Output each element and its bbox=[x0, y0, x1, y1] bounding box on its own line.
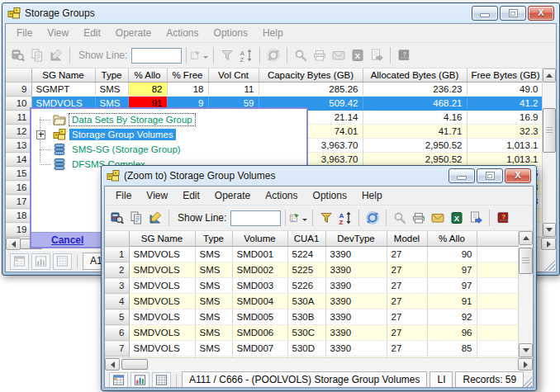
scroll-down-button[interactable] bbox=[543, 223, 556, 237]
row-number[interactable]: 13 bbox=[6, 139, 31, 153]
column-header[interactable]: Model bbox=[387, 231, 427, 247]
row-number[interactable]: 1 bbox=[105, 247, 129, 262]
minimize-button[interactable] bbox=[448, 168, 475, 183]
refresh-icon[interactable] bbox=[363, 209, 382, 227]
table-row[interactable]: 3SMDVOLSSMSSMD003522633902797 bbox=[105, 278, 519, 294]
edit-icon[interactable] bbox=[146, 209, 164, 227]
grid-view-icon[interactable] bbox=[53, 253, 72, 270]
column-header[interactable]: SG Name bbox=[129, 231, 195, 247]
excel-icon[interactable] bbox=[448, 209, 466, 227]
refresh-icon[interactable] bbox=[264, 46, 282, 64]
menu-operate[interactable]: Operate bbox=[207, 190, 258, 201]
scroll-down-button[interactable] bbox=[519, 343, 533, 357]
maximize-button[interactable] bbox=[477, 168, 503, 183]
vertical-scrollbar[interactable] bbox=[518, 231, 533, 357]
context-menu-item[interactable]: SMS-SG (Storage Group) bbox=[31, 142, 306, 157]
show-line-input[interactable] bbox=[230, 210, 281, 226]
sort-az-icon[interactable] bbox=[336, 209, 354, 227]
table-row[interactable]: 5SMDVOLSSMSSMD005530B33902792 bbox=[105, 309, 519, 325]
find-icon[interactable] bbox=[108, 209, 126, 227]
context-menu-item[interactable]: Storage Group Volumes bbox=[31, 127, 306, 142]
row-number[interactable]: 7 bbox=[105, 341, 129, 357]
row-number[interactable]: 4 bbox=[105, 294, 129, 309]
menu-help[interactable]: Help bbox=[255, 27, 291, 39]
menu-actions[interactable]: Actions bbox=[258, 190, 305, 201]
column-header[interactable]: CUA1 bbox=[287, 231, 325, 247]
scroll-up-button[interactable] bbox=[543, 68, 556, 83]
menu-file[interactable]: File bbox=[108, 190, 139, 201]
print-icon[interactable] bbox=[311, 46, 329, 64]
help-icon[interactable] bbox=[395, 46, 413, 64]
sort-az-icon[interactable] bbox=[237, 46, 255, 64]
horizontal-scrollbar[interactable] bbox=[105, 357, 533, 371]
row-number[interactable]: 5 bbox=[105, 309, 129, 325]
export-icon[interactable] bbox=[467, 209, 485, 227]
row-number[interactable]: 3 bbox=[105, 278, 129, 294]
row-number[interactable]: 10 bbox=[6, 97, 31, 111]
copy-icon[interactable] bbox=[28, 46, 46, 64]
maximize-button[interactable] bbox=[500, 6, 526, 21]
menu-options[interactable]: Options bbox=[206, 27, 255, 39]
column-header[interactable]: DevType bbox=[325, 231, 387, 247]
menu-view[interactable]: View bbox=[40, 27, 76, 39]
row-number[interactable]: 6 bbox=[105, 325, 129, 341]
column-header[interactable]: Allocated Bytes (GB) bbox=[363, 68, 467, 83]
zoom-window-titlebar[interactable]: (Zoom to) Storage Group Volumes X bbox=[102, 166, 536, 186]
menu-edit[interactable]: Edit bbox=[175, 190, 207, 201]
column-header[interactable] bbox=[477, 231, 519, 247]
zoom-icon[interactable] bbox=[292, 46, 310, 64]
column-header[interactable]: SG Name bbox=[31, 68, 95, 83]
filter-icon[interactable] bbox=[317, 209, 335, 227]
scroll-left-button[interactable] bbox=[6, 238, 21, 250]
column-header[interactable]: Type bbox=[195, 231, 232, 247]
row-number[interactable]: 18 bbox=[6, 209, 31, 223]
scroll-up-button[interactable] bbox=[519, 231, 533, 245]
edit-icon[interactable] bbox=[47, 46, 65, 64]
menu-actions[interactable]: Actions bbox=[159, 27, 206, 39]
expand-plus-icon[interactable] bbox=[36, 130, 45, 139]
column-header[interactable]: Type bbox=[95, 68, 128, 83]
print-icon[interactable] bbox=[410, 209, 428, 227]
column-header[interactable]: % Allo bbox=[427, 231, 477, 247]
excel-icon[interactable] bbox=[349, 46, 367, 64]
menu-file[interactable]: File bbox=[9, 27, 40, 39]
column-picker-icon[interactable] bbox=[191, 46, 209, 64]
column-picker-icon[interactable] bbox=[290, 209, 308, 227]
row-number[interactable]: 15 bbox=[6, 167, 31, 181]
menu-options[interactable]: Options bbox=[306, 190, 354, 201]
close-button[interactable]: X bbox=[528, 6, 554, 21]
find-icon[interactable] bbox=[9, 46, 27, 64]
scroll-thumb[interactable] bbox=[519, 248, 533, 274]
row-number[interactable]: 19 bbox=[6, 223, 31, 237]
row-number[interactable]: 12 bbox=[6, 125, 31, 139]
minimize-button[interactable] bbox=[472, 6, 498, 21]
dropdown-caret-icon[interactable] bbox=[203, 56, 208, 61]
filter-icon[interactable] bbox=[218, 46, 236, 64]
menu-view[interactable]: View bbox=[139, 190, 175, 201]
table-row[interactable]: 4SMDVOLSSMSSMD004530A33902791 bbox=[105, 294, 519, 309]
row-number[interactable]: 14 bbox=[6, 153, 31, 167]
row-number[interactable]: 2 bbox=[105, 262, 129, 278]
row-number[interactable]: 17 bbox=[6, 195, 31, 209]
scroll-thumb[interactable] bbox=[543, 108, 556, 153]
table-view-icon[interactable] bbox=[10, 253, 29, 270]
zoom-icon[interactable] bbox=[391, 209, 409, 227]
scroll-right-button[interactable] bbox=[518, 358, 533, 371]
row-number[interactable]: 9 bbox=[6, 83, 31, 97]
table-row[interactable]: 2SMDVOLSSMSSMD002522533902797 bbox=[105, 262, 519, 278]
table-view-icon[interactable] bbox=[109, 372, 128, 389]
table-row[interactable]: 9SGMPTSMS821811285.26236.2349.0 bbox=[6, 83, 543, 97]
column-header[interactable]: Volume bbox=[232, 231, 287, 247]
storage-groups-titlebar[interactable]: Storage Groups X bbox=[2, 3, 559, 23]
scroll-left-button[interactable] bbox=[105, 358, 120, 371]
show-line-input[interactable] bbox=[131, 48, 182, 64]
cancel-link[interactable]: Cancel bbox=[51, 234, 83, 246]
grid-view-icon[interactable] bbox=[152, 372, 171, 389]
chart-view-icon[interactable] bbox=[31, 253, 50, 270]
help-icon[interactable] bbox=[494, 209, 512, 227]
menu-help[interactable]: Help bbox=[354, 190, 390, 201]
copy-icon[interactable] bbox=[127, 209, 145, 227]
table-row[interactable]: 7SMDVOLSSMSSMD007530D33902785 bbox=[105, 341, 519, 357]
column-header[interactable]: Vol Cnt bbox=[208, 68, 259, 83]
mail-icon[interactable] bbox=[429, 209, 447, 227]
